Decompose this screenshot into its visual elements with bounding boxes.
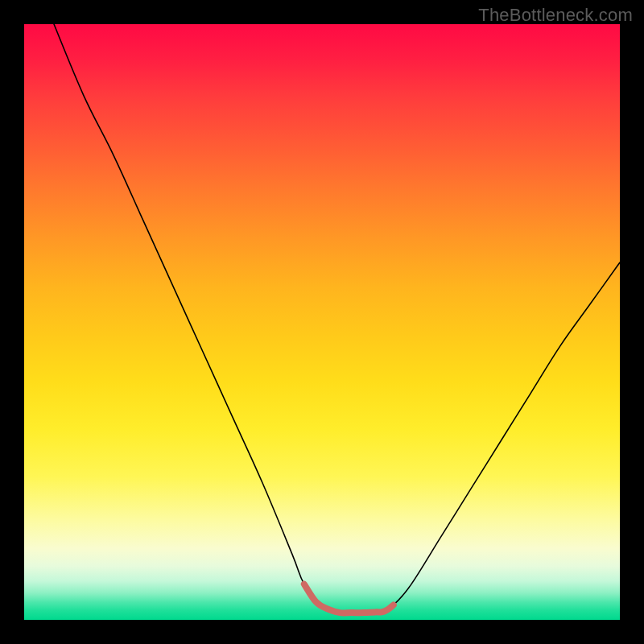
plot-area	[24, 24, 620, 620]
bottleneck-curve	[54, 24, 620, 613]
chart-frame: TheBottleneck.com	[0, 0, 644, 644]
optimal-range-highlight	[304, 584, 394, 613]
watermark-label: TheBottleneck.com	[478, 5, 633, 26]
curve-overlay	[24, 24, 620, 620]
